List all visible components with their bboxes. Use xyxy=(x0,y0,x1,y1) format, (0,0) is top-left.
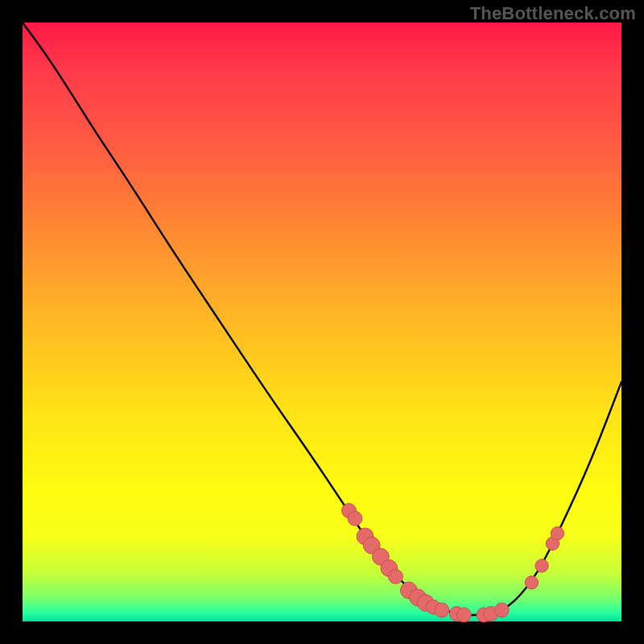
curve-marker xyxy=(494,603,509,617)
curve-marker xyxy=(535,559,548,572)
watermark-text: TheBottleneck.com xyxy=(470,3,636,24)
app-frame: TheBottleneck.com xyxy=(0,0,644,644)
curve-markers xyxy=(342,503,564,621)
bottleneck-curve xyxy=(23,23,621,615)
plot-area xyxy=(23,23,621,621)
curve-marker xyxy=(435,603,449,617)
bottleneck-chart xyxy=(23,23,621,621)
curve-marker xyxy=(525,576,538,588)
curve-marker xyxy=(551,526,564,539)
curve-marker xyxy=(389,569,403,584)
curve-marker xyxy=(456,608,471,622)
curve-marker xyxy=(348,511,362,526)
